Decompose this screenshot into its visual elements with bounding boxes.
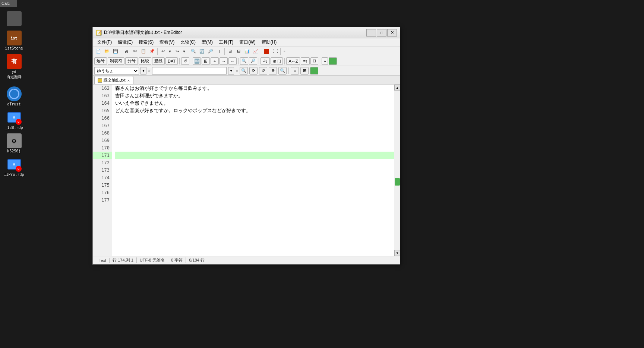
- tb-paste[interactable]: 📌: [148, 47, 156, 56]
- desktop-icon-calc[interactable]: [1, 11, 26, 27]
- tab-close-btn[interactable]: ×: [127, 78, 130, 83]
- tb2-find-next[interactable]: 🔎: [249, 57, 257, 65]
- tb-find[interactable]: 🔍: [189, 47, 198, 56]
- tb-chart2[interactable]: 📈: [252, 47, 260, 56]
- tb2-sep-4: [259, 58, 259, 64]
- tb2-overflow[interactable]: »: [322, 57, 328, 65]
- addr-dropdown-btn[interactable]: ▼: [228, 67, 234, 75]
- tb-text-juxian[interactable]: 竖线: [152, 57, 165, 65]
- tb2-az[interactable]: A↔Z: [286, 57, 300, 65]
- tb-grid[interactable]: ⊞: [226, 47, 234, 56]
- editor-line-177: [115, 196, 394, 204]
- tb2-btn5[interactable]: →: [220, 57, 228, 65]
- tb-text-dat[interactable]: DAT: [165, 57, 178, 65]
- scrollbar-track[interactable]: [394, 91, 400, 250]
- tb2-btn1[interactable]: ↺: [181, 57, 189, 65]
- desktop-icon-rdp1[interactable]: 🖥 ✕ _138.rdp: [1, 110, 26, 130]
- tb2-marker[interactable]: [329, 57, 337, 65]
- taskbar-calc[interactable]: Calc: [0, 0, 17, 7]
- tb-copy[interactable]: 📋: [139, 47, 148, 56]
- scrollbar-down-btn[interactable]: ▼: [394, 250, 400, 256]
- editor-line-174: [115, 174, 394, 181]
- tb2-btn6[interactable]: ←: [228, 57, 237, 65]
- tb-sep-1: [121, 48, 121, 55]
- tb-filter[interactable]: T: [215, 47, 223, 56]
- atrust-icon-label: aTrust: [7, 102, 20, 106]
- tb-more[interactable]: ⋮⋮: [271, 47, 279, 56]
- tb-zoom-in[interactable]: 🔎: [206, 47, 215, 56]
- tb-chart[interactable]: 📊: [243, 47, 251, 56]
- active-tab[interactable]: 課文输出.txt ×: [94, 76, 133, 84]
- tb-overflow[interactable]: »: [282, 47, 287, 56]
- editor-line-176: [115, 189, 394, 196]
- minimize-button[interactable]: −: [366, 29, 376, 37]
- tb-text-compare[interactable]: 比较: [139, 57, 151, 65]
- desktop-icon-yd[interactable]: 有 yd 有道翻译: [1, 54, 26, 80]
- maximize-button[interactable]: □: [377, 29, 386, 37]
- menu-view[interactable]: 查看(V): [157, 38, 177, 46]
- addr-btn6[interactable]: ≡: [291, 67, 299, 75]
- tb2-find-prev[interactable]: 🔍: [240, 57, 248, 65]
- scrollbar-thumb[interactable]: [395, 178, 400, 186]
- font-combo[interactable]: ゆうちょ: [94, 67, 139, 75]
- desktop-icon-rdp2[interactable]: 🖥 ✕ IIPro.rdp: [1, 157, 26, 177]
- tb2-abc[interactable]: -²↓: [261, 57, 270, 65]
- toolbar-row-2: 远号 制表符 分号 比较 竖线 DAT ↺ 🔤 ⊞ + → ← 🔍 🔎 -²↓ …: [93, 56, 400, 66]
- addr-btn8[interactable]: [310, 67, 318, 75]
- editor-line-173: [115, 167, 394, 174]
- tb-replace[interactable]: 🔄: [198, 47, 206, 56]
- font-dropdown-btn[interactable]: ▼: [141, 67, 146, 75]
- line-num-172: 172: [93, 159, 112, 167]
- menu-help[interactable]: 帮助(H): [259, 38, 280, 46]
- tb-grid2[interactable]: ⊟: [234, 47, 243, 56]
- tb-undo[interactable]: ↩: [159, 47, 167, 56]
- scrollbar-up-btn[interactable]: ▲: [394, 85, 400, 91]
- tb-text-yuanhao[interactable]: 远号: [94, 57, 107, 65]
- addr-btn1[interactable]: 🔍: [240, 67, 248, 75]
- tb-print[interactable]: 🖨: [122, 47, 130, 56]
- desktop-icon-n5250j[interactable]: ⚙️ N5250j: [1, 133, 26, 153]
- line-num-168: 168: [93, 129, 112, 137]
- scrollbar-vertical[interactable]: ▲ ▼: [394, 85, 400, 256]
- addr-btn3[interactable]: ↺: [259, 67, 267, 75]
- tb2-csv[interactable]: ⊟: [310, 57, 318, 65]
- tb-open[interactable]: 📂: [103, 47, 111, 56]
- rdp2-icon: 🖥 ✕: [7, 157, 22, 172]
- tb2-btn4[interactable]: +: [211, 57, 219, 65]
- tb2-wordcount[interactable]: ≡↑: [301, 57, 310, 65]
- tb-redo-arrow[interactable]: ▼: [181, 47, 187, 56]
- close-button[interactable]: ✕: [387, 29, 397, 37]
- editor-content[interactable]: 森さんはお酒が好きですから毎日飲みます。 吉田さんは料理ができますか。 いいえ全…: [112, 85, 394, 256]
- tb2-btn3[interactable]: ⊞: [202, 57, 210, 65]
- tb-save[interactable]: 💾: [111, 47, 120, 56]
- desktop-icon-iststone[interactable]: ist istStone: [1, 31, 26, 50]
- tb-text-tab[interactable]: 制表符: [108, 57, 124, 65]
- menu-compare[interactable]: 比较(C): [177, 38, 199, 46]
- address-input[interactable]: [152, 67, 227, 75]
- tb-undo-arrow[interactable]: ▼: [167, 47, 173, 56]
- menu-edit[interactable]: 编辑(E): [115, 38, 136, 46]
- addr-btn4[interactable]: ⊕: [269, 67, 277, 75]
- editor-area[interactable]: 162 163 164 165 166 167 168 169 170 171 …: [93, 85, 400, 256]
- tb-redo[interactable]: ↪: [173, 47, 181, 56]
- menu-tools[interactable]: 工具(T): [216, 38, 236, 46]
- tb2-btn2[interactable]: 🔤: [193, 57, 201, 65]
- addr-btn7[interactable]: ⊞: [300, 67, 309, 75]
- addr-btn5[interactable]: 🔍: [278, 67, 287, 75]
- yd-icon-label: yd: [12, 70, 16, 74]
- tb2-sep-1: [179, 58, 180, 64]
- desktop-icon-atrust[interactable]: aTrust: [1, 86, 26, 106]
- editor-line-166: [115, 114, 394, 122]
- editor-line-168: [115, 129, 394, 137]
- menu-file[interactable]: 文件(F): [94, 38, 115, 46]
- tb2-nl[interactable]: \n [.]: [271, 57, 283, 65]
- tb-new[interactable]: 📄: [94, 47, 102, 56]
- tb-text-fen[interactable]: 分号: [125, 57, 138, 65]
- tb-red[interactable]: [262, 47, 271, 56]
- menu-macro[interactable]: 宏(M): [199, 38, 216, 46]
- menu-window[interactable]: 窗口(W): [236, 38, 258, 46]
- tb-cut[interactable]: ✂: [131, 47, 139, 56]
- menu-bar: 文件(F) 编辑(E) 搜索(S) 查看(V) 比较(C) 宏(M) 工具(T)…: [93, 38, 400, 47]
- menu-search[interactable]: 搜索(S): [136, 38, 157, 46]
- addr-btn2[interactable]: ⟳: [249, 67, 258, 75]
